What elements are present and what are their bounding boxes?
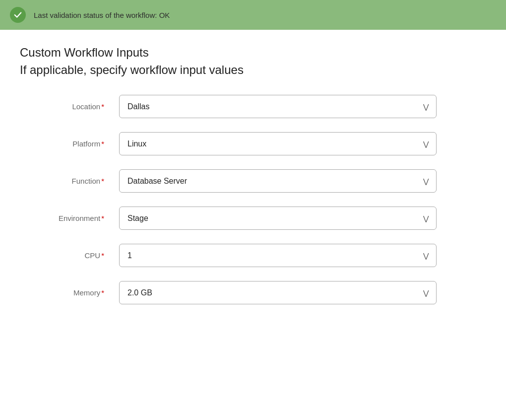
environment-select[interactable]: Development QA Stage Production	[119, 207, 437, 230]
cpu-field-row: CPU* 1 2 4 8 16 ⋁	[20, 244, 466, 267]
memory-label: Memory*	[20, 288, 119, 297]
page-subtitle: If applicable, specify workflow input va…	[20, 63, 486, 77]
memory-required-star: *	[101, 288, 104, 297]
memory-field-row: Memory* 2.0 GB 4.0 GB 8.0 GB 16.0 GB 32.…	[20, 281, 466, 304]
environment-field-row: Environment* Development QA Stage Produc…	[20, 207, 466, 230]
memory-select-wrapper: 2.0 GB 4.0 GB 8.0 GB 16.0 GB 32.0 GB ⋁	[119, 281, 437, 304]
location-field-row: Location* Dallas New York Chicago Los An…	[20, 95, 466, 118]
function-required-star: *	[101, 177, 104, 185]
validation-text: Last validation status of the workflow: …	[34, 11, 170, 19]
cpu-select[interactable]: 1 2 4 8 16	[119, 244, 437, 267]
main-content: Custom Workflow Inputs If applicable, sp…	[0, 30, 506, 333]
cpu-select-wrapper: 1 2 4 8 16 ⋁	[119, 244, 437, 267]
function-select[interactable]: Database Server Web Server Application S…	[119, 169, 437, 193]
workflow-inputs-form: Location* Dallas New York Chicago Los An…	[20, 95, 466, 304]
environment-select-wrapper: Development QA Stage Production ⋁	[119, 207, 437, 230]
platform-select-wrapper: Linux Windows macOS ⋁	[119, 132, 437, 155]
function-field-row: Function* Database Server Web Server App…	[20, 169, 466, 193]
cpu-required-star: *	[101, 251, 104, 260]
platform-label: Platform*	[20, 140, 119, 148]
environment-required-star: *	[101, 214, 104, 222]
location-required-star: *	[101, 102, 104, 111]
function-select-wrapper: Database Server Web Server Application S…	[119, 169, 437, 193]
location-label: Location*	[20, 102, 119, 111]
platform-select[interactable]: Linux Windows macOS	[119, 132, 437, 155]
platform-required-star: *	[101, 140, 104, 148]
cpu-label: CPU*	[20, 251, 119, 260]
location-select-wrapper: Dallas New York Chicago Los Angeles ⋁	[119, 95, 437, 118]
page-title: Custom Workflow Inputs	[20, 45, 486, 60]
function-label: Function*	[20, 177, 119, 185]
check-circle-icon	[10, 7, 26, 23]
environment-label: Environment*	[20, 214, 119, 222]
location-select[interactable]: Dallas New York Chicago Los Angeles	[119, 95, 437, 118]
platform-field-row: Platform* Linux Windows macOS ⋁	[20, 132, 466, 155]
memory-select[interactable]: 2.0 GB 4.0 GB 8.0 GB 16.0 GB 32.0 GB	[119, 281, 437, 304]
validation-banner: Last validation status of the workflow: …	[0, 0, 506, 30]
